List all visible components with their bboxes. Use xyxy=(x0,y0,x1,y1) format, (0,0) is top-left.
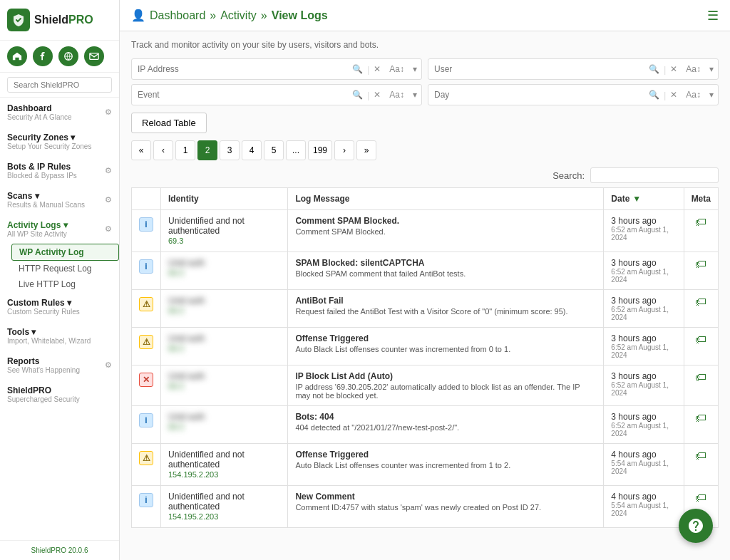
row-meta-cell[interactable]: 🏷 xyxy=(684,210,718,252)
page-3-button[interactable]: 3 xyxy=(220,140,240,160)
row-meta-cell[interactable]: 🏷 xyxy=(684,365,718,406)
sidebar-item-scans[interactable]: Scans ▾ Results & Manual Scans ⚙ xyxy=(0,185,119,214)
breadcrumb: 👤 Dashboard » Activity » View Logs xyxy=(131,9,328,22)
user-search-button[interactable]: 🔍 xyxy=(644,64,664,74)
pagination: « ‹ 1 2 3 4 5 ... 199 › » xyxy=(131,140,719,160)
sidebar-item-activity-logs-label: Activity Logs ▾ xyxy=(7,220,68,230)
event-case-button[interactable]: Aa↕ xyxy=(385,90,408,100)
page-first-button[interactable]: « xyxy=(131,140,151,160)
meta-tag-icon[interactable]: 🏷 xyxy=(695,492,706,504)
menu-icon[interactable]: ☰ xyxy=(707,9,719,23)
meta-tag-icon[interactable]: 🏷 xyxy=(695,296,706,308)
breadcrumb-dashboard[interactable]: Dashboard xyxy=(150,9,205,22)
gear-icon[interactable]: ⚙ xyxy=(105,108,112,117)
row-check-cell: i xyxy=(132,210,161,252)
gear-icon[interactable]: ⚙ xyxy=(105,361,112,370)
logo-text: ShieldPRO xyxy=(34,14,93,26)
page-ellipsis-button[interactable]: ... xyxy=(286,140,306,160)
user-clear-button[interactable]: ✕ xyxy=(666,64,682,74)
meta-tag-icon[interactable]: 🏷 xyxy=(695,258,706,270)
event-search-button[interactable]: 🔍 xyxy=(348,90,367,100)
row-meta-cell[interactable]: 🏷 xyxy=(684,406,718,444)
page-last-button[interactable]: » xyxy=(356,140,376,160)
sidebar-item-bots-ip[interactable]: Bots & IP Rules Blocked & Bypass IPs ⚙ xyxy=(0,156,119,185)
row-meta-cell[interactable]: 🏷 xyxy=(684,328,718,365)
table-search-label: Search: xyxy=(552,170,585,181)
gear-icon[interactable]: ⚙ xyxy=(105,195,112,204)
user-dropdown-button[interactable]: ▾ xyxy=(705,64,718,74)
table-search-input[interactable] xyxy=(590,167,719,183)
user-case-button[interactable]: Aa↕ xyxy=(682,64,705,74)
sidebar-item-dashboard-sub: Security At A Glance xyxy=(7,113,72,121)
row-meta-cell[interactable]: 🏷 xyxy=(684,290,718,328)
page-1-button[interactable]: 1 xyxy=(175,140,195,160)
ip-filter-input[interactable] xyxy=(132,64,348,74)
sidebar-item-live-http-log[interactable]: Live HTTP Log xyxy=(11,276,119,292)
breadcrumb-activity[interactable]: Activity xyxy=(220,9,257,22)
help-fab-button[interactable] xyxy=(679,509,713,543)
sidebar-item-custom-rules[interactable]: Custom Rules ▾ Custom Security Rules xyxy=(0,292,119,321)
page-5-button[interactable]: 5 xyxy=(264,140,284,160)
event-clear-button[interactable]: ✕ xyxy=(369,90,385,100)
globe-icon[interactable] xyxy=(58,46,78,66)
row-log-message-cell: AntiBot Fail Request failed the AntiBot … xyxy=(288,290,604,328)
sidebar-item-wp-activity-log[interactable]: WP Activity Log xyxy=(11,244,119,261)
row-type-icon: ⚠ xyxy=(139,297,153,311)
sidebar-item-security-zones[interactable]: Security Zones ▾ Setup Your Security Zon… xyxy=(0,127,119,156)
sidebar-item-dashboard-label: Dashboard xyxy=(7,103,72,113)
row-type-icon: i xyxy=(139,259,153,274)
row-check-cell: i xyxy=(132,486,161,528)
sidebar-item-reports-sub: See What's Happening xyxy=(7,366,80,374)
sidebar-item-http-request-log[interactable]: HTTP Request Log xyxy=(11,261,119,276)
sidebar-item-reports-label: Reports xyxy=(7,356,80,366)
ip-case-button[interactable]: Aa↕ xyxy=(385,64,408,74)
day-dropdown-button[interactable]: ▾ xyxy=(705,90,718,100)
day-filter-group: 🔍 | ✕ Aa↕ ▾ xyxy=(428,84,719,105)
ip-clear-button[interactable]: ✕ xyxy=(369,64,385,74)
sidebar-item-dashboard[interactable]: Dashboard Security At A Glance ⚙ xyxy=(0,98,119,127)
event-dropdown-button[interactable]: ▾ xyxy=(408,90,421,100)
meta-tag-icon[interactable]: 🏷 xyxy=(695,412,706,424)
meta-tag-icon[interactable]: 🏷 xyxy=(695,333,706,346)
row-log-message-cell: Bots: 404 404 detected at "/2021/01/27/n… xyxy=(288,406,604,444)
ip-dropdown-button[interactable]: ▾ xyxy=(408,64,421,74)
sidebar-item-tools[interactable]: Tools ▾ Import, Whitelabel, Wizard xyxy=(0,321,119,351)
meta-tag-icon[interactable]: 🏷 xyxy=(695,450,706,462)
top-bar-menu[interactable]: ☰ xyxy=(707,8,719,24)
page-4-button[interactable]: 4 xyxy=(242,140,262,160)
day-filter-input[interactable] xyxy=(428,90,644,100)
table-row: i Unid auth69.3 Bots: 404 404 detected a… xyxy=(132,406,719,444)
col-date[interactable]: Date▼ xyxy=(604,188,684,210)
facebook-icon[interactable] xyxy=(33,46,53,66)
sidebar-item-reports[interactable]: Reports See What's Happening ⚙ xyxy=(0,351,119,380)
page-199-button[interactable]: 199 xyxy=(308,140,332,160)
day-case-button[interactable]: Aa↕ xyxy=(682,90,705,100)
meta-tag-icon[interactable]: 🏷 xyxy=(695,216,706,228)
page-content: Track and monitor activity on your site … xyxy=(120,31,730,560)
day-clear-button[interactable]: ✕ xyxy=(666,90,682,100)
table-row: i Unidentified and not authenticated154.… xyxy=(132,486,719,528)
day-search-button[interactable]: 🔍 xyxy=(644,90,664,100)
col-log-message: Log Message xyxy=(288,188,604,210)
gear-icon[interactable]: ⚙ xyxy=(105,224,112,234)
row-meta-cell[interactable]: 🏷 xyxy=(684,444,718,486)
row-type-icon: i xyxy=(139,493,153,507)
home-icon[interactable] xyxy=(7,46,27,66)
page-prev-button[interactable]: ‹ xyxy=(153,140,173,160)
user-filter-group: 🔍 | ✕ Aa↕ ▾ xyxy=(428,58,719,80)
meta-tag-icon[interactable]: 🏷 xyxy=(695,371,706,383)
mail-icon[interactable] xyxy=(84,46,104,66)
event-filter-input[interactable] xyxy=(132,90,348,100)
sidebar-item-shieldpro[interactable]: ShieldPRO Supercharged Security xyxy=(0,380,119,409)
page-2-button[interactable]: 2 xyxy=(197,140,217,160)
sidebar-search-input[interactable] xyxy=(7,77,112,93)
reload-table-button[interactable]: Reload Table xyxy=(131,113,207,133)
sidebar-item-security-zones-sub: Setup Your Security Zones xyxy=(7,142,112,150)
gear-icon[interactable]: ⚙ xyxy=(105,166,112,175)
row-meta-cell[interactable]: 🏷 xyxy=(684,252,718,290)
row-check-cell: ✕ xyxy=(132,365,161,406)
page-next-button[interactable]: › xyxy=(334,140,354,160)
user-filter-input[interactable] xyxy=(428,64,644,74)
ip-search-button[interactable]: 🔍 xyxy=(348,64,367,74)
sidebar-item-activity-logs[interactable]: Activity Logs ▾ All WP Site Activity ⚙ xyxy=(0,214,119,244)
